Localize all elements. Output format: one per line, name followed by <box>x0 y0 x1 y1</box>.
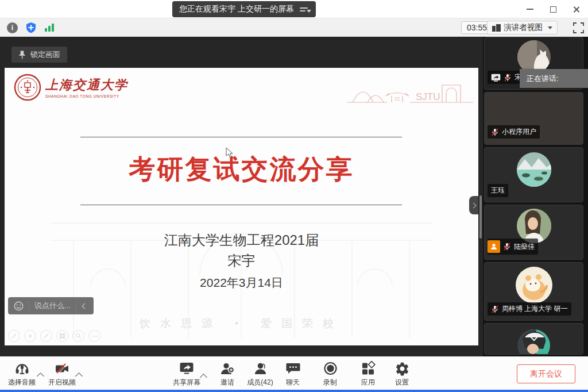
slide-subtitle-name: 宋宇 <box>5 252 478 270</box>
laser-pointer-icon[interactable] <box>24 330 36 342</box>
chevron-down-icon <box>548 26 552 29</box>
mouse-cursor <box>226 147 234 159</box>
chat-button[interactable]: 聊天 <box>274 361 311 387</box>
signal-icon[interactable] <box>44 22 55 33</box>
camera-off-icon <box>55 361 70 376</box>
university-name-cn: 上海交通大学 <box>45 76 128 94</box>
sidebar-scrollbar[interactable] <box>479 195 482 239</box>
participant-tile[interactable]: 陆燊佳 <box>484 205 583 260</box>
smiley-icon[interactable] <box>14 301 24 311</box>
slide-subtitle-date: 2022年3月14日 <box>5 275 478 291</box>
record-button[interactable]: 录制 <box>312 361 349 387</box>
headset-icon <box>14 361 30 376</box>
university-name-en: SHANGHAI JIAO TONG UNIVERSITY <box>45 94 128 98</box>
close-button[interactable] <box>568 2 583 17</box>
screen-share-indicator-icon <box>491 74 501 82</box>
pin-icon <box>18 51 26 59</box>
zoom-tool-icon[interactable] <box>72 330 84 342</box>
slide-motto: 饮水思源 • 爱国荣校 <box>5 316 478 331</box>
shield-icon[interactable] <box>25 22 37 33</box>
speaking-tooltip: 正在讲话: <box>520 69 588 88</box>
invite-label: 邀请 <box>220 378 234 387</box>
info-icon[interactable]: i <box>7 22 18 33</box>
chevron-right-icon <box>470 202 476 208</box>
apps-button[interactable]: 应用 <box>350 361 386 387</box>
slide-divider-top <box>80 137 402 137</box>
avatar <box>516 267 552 303</box>
window-controls <box>523 0 583 18</box>
meeting-toolbar: i 03:55 演讲者视图 <box>0 18 588 37</box>
audio-button[interactable]: 选择音频 <box>3 361 40 387</box>
participant-label: 王珏 <box>488 184 508 197</box>
divider <box>29 301 29 310</box>
chat-icon <box>285 361 301 376</box>
participant-tile[interactable]: 周梓博 上海大学 研一 <box>484 262 583 321</box>
record-icon <box>323 361 338 376</box>
university-logo: 上海交通大学 SHANGHAI JIAO TONG UNIVERSITY <box>14 74 128 101</box>
view-mode-button[interactable]: 演讲者视图 <box>487 21 558 34</box>
participant-tile[interactable]: 小程序用户 <box>484 92 583 145</box>
avatar <box>517 152 551 187</box>
invite-icon <box>219 361 235 376</box>
more-options-icon[interactable] <box>88 330 100 342</box>
taskbar-edge <box>0 390 588 392</box>
video-button[interactable]: 开启视频 <box>44 361 80 387</box>
share-screen-button[interactable]: 共享屏幕 <box>168 361 205 387</box>
fullscreen-icon[interactable] <box>573 22 584 33</box>
chevron-left-icon[interactable] <box>82 303 87 309</box>
menu-icon[interactable] <box>300 7 309 11</box>
slide-grid-icon[interactable] <box>56 330 68 342</box>
audio-button-label: 选择音频 <box>8 378 36 387</box>
video-button-label: 开启视频 <box>48 378 76 387</box>
mic-muted-icon <box>491 128 499 136</box>
share-screen-label: 共享屏幕 <box>173 378 200 387</box>
settings-button[interactable]: 设置 <box>384 361 420 387</box>
participant-tile[interactable]: 王珏 <box>484 147 583 202</box>
campus-sketch: SJTU <box>346 78 475 106</box>
scroll-participants-down-button[interactable] <box>530 332 538 340</box>
chat-input-placeholder[interactable]: 说点什么... <box>34 301 71 311</box>
settings-icon <box>394 361 410 376</box>
close-icon <box>572 6 580 13</box>
pen-tool-icon[interactable] <box>8 330 20 342</box>
mic-muted-icon <box>504 74 512 82</box>
slide-divider-bottom <box>80 205 402 205</box>
shared-screen-region: 锁定画面 上海交通大学 SHANGHAI JIAO TONG UNIVERSIT… <box>0 37 483 356</box>
minimize-button[interactable] <box>523 2 537 17</box>
maximize-button[interactable] <box>546 2 560 17</box>
apps-label: 应用 <box>361 378 375 387</box>
presenter-controls <box>8 330 100 342</box>
participant-name: 周梓博 上海大学 研一 <box>502 304 568 314</box>
settings-label: 设置 <box>395 378 409 387</box>
leave-meeting-button[interactable]: 离开会议 <box>517 364 575 383</box>
members-icon <box>253 361 268 376</box>
participant-name: 王珏 <box>491 186 505 195</box>
lock-view-button[interactable]: 锁定画面 <box>11 47 67 63</box>
quick-chat-bar[interactable]: 说点什么... <box>8 297 94 314</box>
participants-sidebar: 宋 正在讲话: 小程序用户 <box>483 37 588 356</box>
participant-tile[interactable] <box>484 323 583 355</box>
avatar <box>517 209 551 243</box>
apps-icon <box>361 361 376 376</box>
members-label: 成员(42) <box>247 378 273 387</box>
invite-button[interactable]: 邀请 <box>209 361 246 387</box>
speaker-view-icon <box>492 24 501 32</box>
collapse-panel-button[interactable] <box>469 196 478 214</box>
lock-view-label: 锁定画面 <box>30 49 60 60</box>
participant-label: 周梓博 上海大学 研一 <box>488 302 571 316</box>
watching-banner-text: 您正在观看宋宇 上交研一的屏幕 <box>179 4 294 14</box>
record-label: 录制 <box>323 378 337 387</box>
highlighter-icon[interactable] <box>40 330 52 342</box>
participant-label: 陆燊佳 <box>488 239 538 255</box>
mic-muted-icon <box>503 243 511 251</box>
participant-label: 小程序用户 <box>488 125 540 139</box>
watching-banner[interactable]: 您正在观看宋宇 上交研一的屏幕 <box>172 1 316 17</box>
view-mode-label: 演讲者视图 <box>504 22 543 33</box>
slide-subtitle-major: 江南大学生物工程2021届 <box>5 231 478 249</box>
divider <box>76 301 76 310</box>
chat-label: 聊天 <box>286 378 300 387</box>
mic-muted-icon <box>491 305 499 313</box>
share-screen-icon <box>179 361 195 376</box>
members-button[interactable]: 成员(42) <box>242 361 278 387</box>
control-dock: 选择音频 开启视频 共享屏幕 <box>0 356 588 390</box>
